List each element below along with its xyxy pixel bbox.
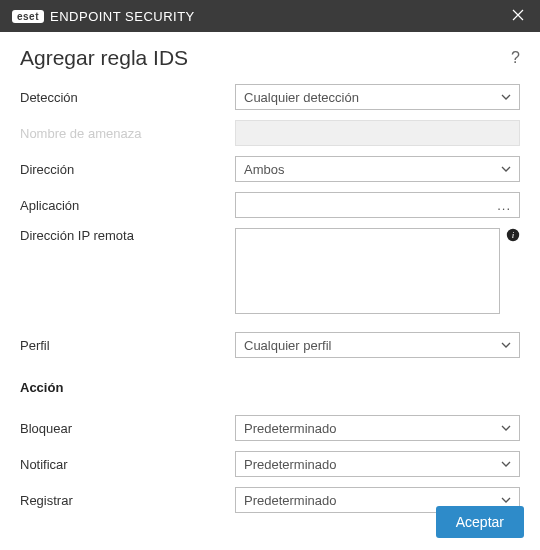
chevron-down-icon: [501, 90, 511, 105]
label-detection: Detección: [20, 90, 235, 105]
select-detection-value: Cualquier detección: [244, 90, 359, 105]
select-direction-value: Ambos: [244, 162, 284, 177]
row-detection: Detección Cualquier detección: [20, 84, 520, 110]
close-icon[interactable]: [508, 7, 528, 25]
browse-icon: ...: [497, 198, 511, 213]
label-notify: Notificar: [20, 457, 235, 472]
row-threat-name: Nombre de amenaza: [20, 120, 520, 146]
select-block[interactable]: Predeterminado: [235, 415, 520, 441]
input-threat-name: [235, 120, 520, 146]
chevron-down-icon: [501, 162, 511, 177]
titlebar: eset ENDPOINT SECURITY: [0, 0, 540, 32]
select-notify[interactable]: Predeterminado: [235, 451, 520, 477]
row-notify: Notificar Predeterminado: [20, 451, 520, 477]
label-profile: Perfil: [20, 338, 235, 353]
select-direction[interactable]: Ambos: [235, 156, 520, 182]
chevron-down-icon: [501, 338, 511, 353]
info-icon[interactable]: i: [506, 228, 520, 242]
select-detection[interactable]: Cualquier detección: [235, 84, 520, 110]
select-profile[interactable]: Cualquier perfil: [235, 332, 520, 358]
section-heading-action: Acción: [20, 380, 520, 395]
page-title: Agregar regla IDS: [20, 46, 188, 70]
label-direction: Dirección: [20, 162, 235, 177]
chevron-down-icon: [501, 421, 511, 436]
select-notify-value: Predeterminado: [244, 457, 337, 472]
textarea-remote-ip[interactable]: [235, 228, 500, 314]
select-block-value: Predeterminado: [244, 421, 337, 436]
select-profile-value: Cualquier perfil: [244, 338, 331, 353]
row-direction: Dirección Ambos: [20, 156, 520, 182]
input-application[interactable]: ...: [235, 192, 520, 218]
footer: Aceptar: [0, 494, 540, 550]
label-threat-name: Nombre de amenaza: [20, 126, 235, 141]
accept-button[interactable]: Aceptar: [436, 506, 524, 538]
brand-text: ENDPOINT SECURITY: [50, 9, 195, 24]
help-icon[interactable]: ?: [511, 49, 520, 67]
row-remote-ip: Dirección IP remota i: [20, 228, 520, 314]
row-profile: Perfil Cualquier perfil: [20, 332, 520, 358]
row-application: Aplicación ...: [20, 192, 520, 218]
label-application: Aplicación: [20, 198, 235, 213]
content: Agregar regla IDS ? Detección Cualquier …: [0, 32, 540, 513]
label-block: Bloquear: [20, 421, 235, 436]
brand-badge: eset: [12, 10, 44, 23]
chevron-down-icon: [501, 457, 511, 472]
label-remote-ip: Dirección IP remota: [20, 228, 235, 243]
header-row: Agregar regla IDS ?: [20, 46, 520, 70]
row-block: Bloquear Predeterminado: [20, 415, 520, 441]
